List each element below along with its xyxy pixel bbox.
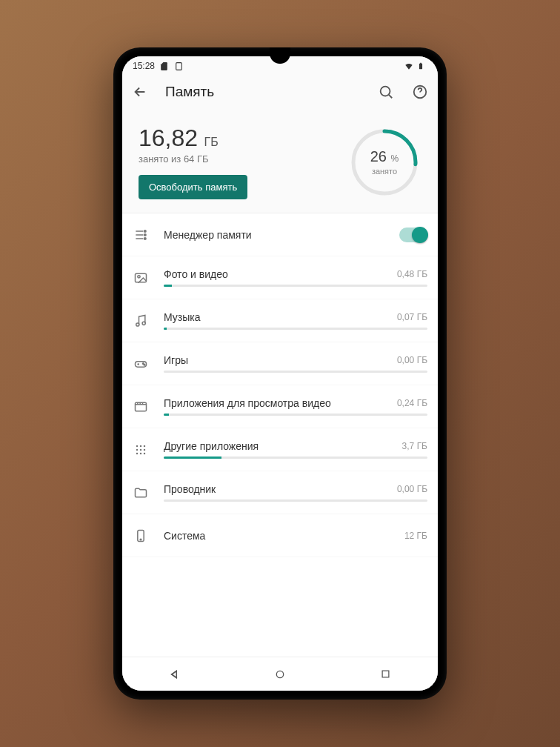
category-row-system[interactable]: Система12 ГБ xyxy=(122,514,438,557)
category-label: Фото и видео xyxy=(164,268,228,280)
category-row-apps[interactable]: Другие приложения3,7 ГБ xyxy=(122,428,438,471)
battery-icon xyxy=(417,61,427,71)
used-subtitle: занято из 64 ГБ xyxy=(139,153,325,165)
svg-point-26 xyxy=(140,539,141,540)
svg-point-23 xyxy=(140,452,142,454)
category-row-music[interactable]: Музыка0,07 ГБ xyxy=(122,299,438,342)
notification-icon xyxy=(174,61,184,71)
used-unit: ГБ xyxy=(204,136,219,148)
usage-bar xyxy=(164,328,427,330)
svg-point-10 xyxy=(136,322,139,325)
svg-point-7 xyxy=(144,237,147,239)
category-row-files[interactable]: Проводник0,00 ГБ xyxy=(122,471,438,514)
svg-point-21 xyxy=(144,448,146,451)
usage-ring: 26 % занято xyxy=(347,125,421,199)
sdcard-icon xyxy=(159,61,170,71)
usage-percent-unit: % xyxy=(391,153,399,164)
usage-bar xyxy=(164,456,427,459)
system-icon xyxy=(133,528,149,544)
nav-back-button[interactable] xyxy=(153,663,197,685)
category-value: 12 ГБ xyxy=(404,531,427,541)
usage-bar xyxy=(164,371,427,373)
help-button[interactable] xyxy=(411,83,429,101)
svg-point-1 xyxy=(381,87,390,96)
category-value: 3,7 ГБ xyxy=(402,441,427,451)
svg-rect-0 xyxy=(176,62,182,70)
used-value: 16,82 xyxy=(139,124,198,151)
category-row-photo[interactable]: Фото и видео0,48 ГБ xyxy=(122,256,438,299)
category-label: Игры xyxy=(164,354,188,366)
music-icon xyxy=(133,313,149,329)
free-storage-button[interactable]: Освободить память xyxy=(139,175,247,199)
svg-point-22 xyxy=(136,452,139,454)
category-value: 0,00 ГБ xyxy=(397,355,427,365)
category-value: 0,00 ГБ xyxy=(397,484,427,494)
svg-point-9 xyxy=(138,275,140,277)
nav-recent-button[interactable] xyxy=(363,663,407,685)
wifi-icon xyxy=(404,61,414,71)
navigation-bar xyxy=(122,657,438,691)
category-row-manager[interactable]: Менеджер памяти xyxy=(122,213,438,256)
svg-point-16 xyxy=(136,445,139,447)
svg-point-18 xyxy=(144,445,146,447)
storage-summary: 16,82 ГБ занято из 64 ГБ Освободить памя… xyxy=(122,108,438,213)
usage-bar xyxy=(164,499,427,502)
storage-manager-toggle[interactable] xyxy=(399,228,427,242)
svg-point-20 xyxy=(140,448,142,451)
category-label: Проводник xyxy=(164,483,216,495)
usage-percent: 26 xyxy=(370,148,387,165)
usage-label: занято xyxy=(372,167,397,176)
usage-bar xyxy=(164,285,427,287)
manager-icon xyxy=(133,227,149,243)
category-value: 0,24 ГБ xyxy=(397,398,427,408)
search-button[interactable] xyxy=(377,83,395,101)
svg-point-24 xyxy=(144,452,146,454)
category-row-games[interactable]: Игры0,00 ГБ xyxy=(122,342,438,385)
category-label: Музыка xyxy=(164,311,201,323)
category-value: 0,07 ГБ xyxy=(397,312,427,322)
screen: 15:28 Память xyxy=(122,56,438,691)
svg-point-6 xyxy=(144,233,147,236)
video-icon xyxy=(133,399,149,415)
svg-point-11 xyxy=(142,322,145,325)
app-header: Память xyxy=(122,76,438,108)
apps-icon xyxy=(133,442,149,458)
phone-frame: 15:28 Память xyxy=(113,47,447,700)
nav-home-button[interactable] xyxy=(258,663,302,685)
svg-point-5 xyxy=(144,230,147,232)
files-icon xyxy=(133,485,149,501)
svg-rect-28 xyxy=(382,671,389,677)
usage-bar xyxy=(164,414,427,416)
svg-point-27 xyxy=(276,671,283,677)
category-label: Приложения для просмотра видео xyxy=(164,397,331,409)
svg-point-19 xyxy=(136,448,139,451)
svg-point-17 xyxy=(140,445,142,447)
page-title: Память xyxy=(165,84,361,100)
status-time: 15:28 xyxy=(133,61,155,71)
category-row-video[interactable]: Приложения для просмотра видео0,24 ГБ xyxy=(122,385,438,428)
category-value: 0,48 ГБ xyxy=(397,269,427,279)
back-button[interactable] xyxy=(131,83,149,101)
svg-point-14 xyxy=(144,364,145,365)
category-label: Система xyxy=(164,530,205,542)
category-list: Менеджер памятиФото и видео0,48 ГБМузыка… xyxy=(122,213,438,657)
photo-icon xyxy=(133,270,149,286)
games-icon xyxy=(133,356,149,372)
category-label: Менеджер памяти xyxy=(164,229,252,241)
category-label: Другие приложения xyxy=(164,440,259,452)
